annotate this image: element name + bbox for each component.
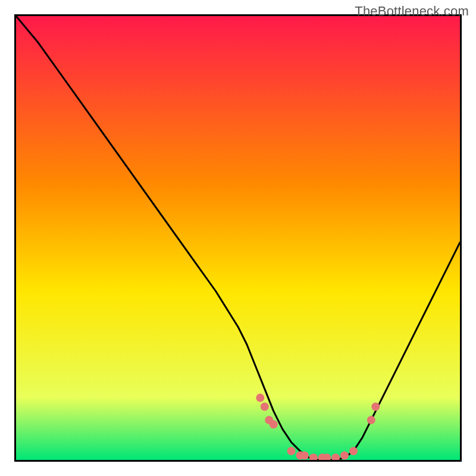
data-point (300, 452, 309, 460)
chart-container: TheBottleneck.com (0, 0, 476, 476)
data-point (287, 447, 296, 455)
data-point (261, 403, 269, 411)
data-point (367, 416, 375, 424)
heat-background (16, 16, 460, 460)
data-point (256, 394, 264, 402)
data-point (349, 447, 358, 455)
chart-svg (16, 16, 460, 460)
data-point (371, 403, 380, 411)
plot-area (14, 14, 462, 462)
watermark-text: TheBottleneck.com (355, 4, 469, 19)
data-point (270, 420, 278, 428)
data-point (340, 452, 349, 460)
